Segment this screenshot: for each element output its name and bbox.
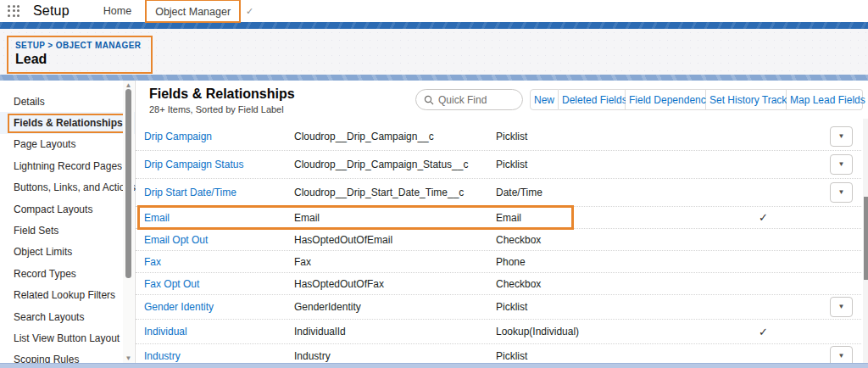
content-scrollbar[interactable] xyxy=(863,119,868,363)
sidebar-item-buttons-links-and-actions[interactable]: Buttons, Links, and Actions xyxy=(0,177,135,198)
quick-find-box[interactable] xyxy=(415,89,523,110)
field-label-link[interactable]: Fax Opt Out xyxy=(144,278,199,290)
content-scrollbar-thumb[interactable] xyxy=(864,197,868,280)
table-row: Drip Start Date/TimeCloudrop__Drip_Start… xyxy=(136,179,861,207)
field-label-cell: Drip Start Date/Time xyxy=(144,187,294,198)
list-title: Fields & Relationships xyxy=(149,86,295,102)
search-icon xyxy=(424,95,433,104)
field-label-link[interactable]: Drip Campaign xyxy=(144,131,212,142)
sidebar-item-compact-layouts[interactable]: Compact Layouts xyxy=(0,198,135,220)
table-row: Drip Campaign StatusCloudrop__Drip_Campa… xyxy=(136,151,861,179)
row-actions-dropdown-button[interactable]: ▼ xyxy=(830,297,853,317)
data-type-cell: Picklist xyxy=(496,131,699,142)
table-row: Drip CampaignCloudrop__Drip_Campaign__cP… xyxy=(136,123,861,151)
main-area: DetailsFields & RelationshipsPage Layout… xyxy=(0,81,868,368)
table-row: IndividualIndividualIdLookup(Individual)… xyxy=(136,320,861,344)
app-launcher-icon[interactable] xyxy=(8,5,22,18)
chevron-down-icon: ▼ xyxy=(838,132,845,140)
check-icon: ✓ xyxy=(246,6,253,17)
sidebar-item-label: Compact Layouts xyxy=(14,204,92,215)
theme-stripe-bottom xyxy=(0,75,868,81)
set-history-tracking-button[interactable]: Set History Tracking xyxy=(706,89,787,110)
indexed-check-icon: ✓ xyxy=(699,326,826,338)
sidebar-item-lightning-record-pages[interactable]: Lightning Record Pages xyxy=(0,155,135,176)
highlight-box-breadcrumb: SETUP > OBJECT MANAGER Lead xyxy=(7,36,153,74)
tab-object-manager[interactable]: Object Manager xyxy=(155,6,231,18)
sidebar-item-label: Related Lookup Filters xyxy=(14,289,115,301)
field-label-link[interactable]: Drip Start Date/Time xyxy=(144,187,236,198)
scroll-down-icon[interactable]: ▼ xyxy=(123,354,134,362)
indexed-check-icon: ✓ xyxy=(699,211,826,224)
sidebar-item-label: Field Sets xyxy=(14,225,58,237)
data-type-cell: Lookup(Individual) xyxy=(496,326,699,337)
field-label-cell: Fax xyxy=(144,256,294,268)
chevron-down-icon: ▼ xyxy=(838,352,845,360)
data-type-cell: Phone xyxy=(496,256,699,268)
row-actions-dropdown-button[interactable]: ▼ xyxy=(830,154,853,175)
data-type-cell: Checkbox xyxy=(496,234,699,246)
sidebar-item-label: List View Button Layout xyxy=(14,332,120,344)
api-name-cell: Industry xyxy=(294,350,496,362)
sidebar-item-label: Lightning Record Pages xyxy=(14,160,122,172)
api-name-cell: GenderIdentity xyxy=(294,301,496,313)
table-row: FaxFaxPhone xyxy=(136,251,861,273)
object-sidebar: DetailsFields & RelationshipsPage Layout… xyxy=(0,81,136,368)
data-type-cell: Picklist xyxy=(496,159,699,170)
sidebar-item-record-types[interactable]: Record Types xyxy=(0,263,135,284)
deleted-fields-button[interactable]: Deleted Fields xyxy=(559,89,626,110)
field-label-link[interactable]: Email Opt Out xyxy=(144,234,208,246)
field-label-cell: Email xyxy=(144,212,294,224)
sidebar-item-related-lookup-filters[interactable]: Related Lookup Filters xyxy=(0,285,135,306)
sidebar-scrollbar-thumb[interactable] xyxy=(125,89,131,278)
tab-home[interactable]: Home xyxy=(95,2,140,20)
sidebar-item-label: Search Layouts xyxy=(14,311,84,323)
sidebar-item-label: Page Layouts xyxy=(14,138,75,150)
api-name-cell: Cloudrop__Drip_Campaign_Status__c xyxy=(294,159,496,170)
highlight-box-fields-relationships: Fields & Relationships xyxy=(8,114,131,133)
object-banner: SETUP > OBJECT MANAGER Lead xyxy=(0,29,868,75)
data-type-cell: Checkbox xyxy=(496,278,699,290)
breadcrumb[interactable]: SETUP > OBJECT MANAGER xyxy=(15,41,141,50)
field-dependencies-button[interactable]: Field Dependencies xyxy=(626,89,706,110)
chevron-down-icon: ▼ xyxy=(838,303,845,310)
sidebar-item-label: Fields & Relationships xyxy=(14,117,123,129)
table-row: Fax Opt OutHasOptedOutOfFaxCheckbox xyxy=(136,273,861,295)
sidebar-item-label: Record Types xyxy=(14,268,76,280)
sidebar-item-field-sets[interactable]: Field Sets xyxy=(0,220,135,241)
sidebar-item-object-limits[interactable]: Object Limits xyxy=(0,242,135,263)
field-label-cell: Drip Campaign xyxy=(144,131,294,142)
table-row: EmailEmailEmail✓ xyxy=(136,207,861,229)
field-label-link[interactable]: Industry xyxy=(144,350,181,362)
field-label-link[interactable]: Gender Identity xyxy=(144,301,214,313)
row-actions-dropdown-button[interactable]: ▼ xyxy=(830,182,853,203)
sidebar-item-search-layouts[interactable]: Search Layouts xyxy=(0,306,135,327)
api-name-cell: Fax xyxy=(294,256,496,268)
fields-table: Drip CampaignCloudrop__Drip_Campaign__cP… xyxy=(136,123,861,368)
setup-top-nav: Setup Home Object Manager ✓ xyxy=(0,0,868,22)
sidebar-item-fields-relationships[interactable]: Fields & Relationships xyxy=(0,112,135,133)
field-label-link[interactable]: Drip Campaign Status xyxy=(144,159,243,170)
sidebar-item-list-view-button-layout[interactable]: List View Button Layout xyxy=(0,327,135,348)
map-lead-fields-button[interactable]: Map Lead Fields xyxy=(787,89,863,110)
sidebar-item-label: Details xyxy=(14,96,45,108)
object-title: Lead xyxy=(15,52,141,67)
api-name-cell: Cloudrop__Drip_Start_Date_Time__c xyxy=(294,187,496,198)
sidebar-scrollbar[interactable]: ▲ ▼ xyxy=(123,81,134,363)
theme-stripe-top xyxy=(0,22,868,29)
sidebar-item-details[interactable]: Details xyxy=(0,91,135,112)
data-type-cell: Date/Time xyxy=(496,187,699,198)
field-label-cell: Gender Identity xyxy=(144,301,294,313)
table-row: Gender IdentityGenderIdentityPicklist▼ xyxy=(136,295,861,320)
scroll-up-icon[interactable]: ▲ xyxy=(123,81,134,89)
api-name-cell: Cloudrop__Drip_Campaign__c xyxy=(294,131,496,142)
field-label-link[interactable]: Individual xyxy=(144,326,187,337)
data-type-cell: Picklist xyxy=(496,350,699,362)
quick-find-input[interactable] xyxy=(438,94,515,106)
sidebar-item-page-layouts[interactable]: Page Layouts xyxy=(0,134,135,155)
bottom-edge-bar xyxy=(0,363,868,368)
new-button[interactable]: New xyxy=(530,89,559,110)
row-actions-dropdown-button[interactable]: ▼ xyxy=(830,126,853,147)
field-label-link[interactable]: Fax xyxy=(144,256,161,268)
api-name-cell: IndividualId xyxy=(294,326,496,337)
field-label-link[interactable]: Email xyxy=(144,212,170,224)
